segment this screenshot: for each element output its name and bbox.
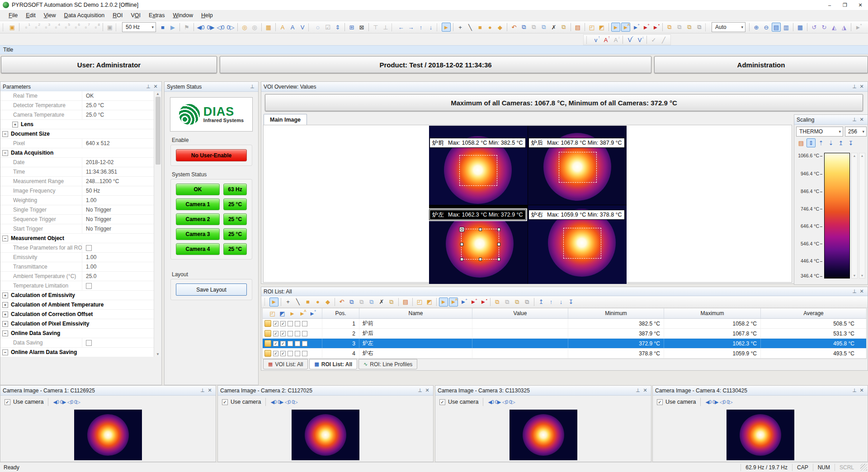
status-camera-4-button[interactable]: Camera 4 <box>176 243 220 255</box>
export-roi-icon[interactable]: ◩ <box>425 297 434 307</box>
parameter-value[interactable]: 1.00 <box>82 197 96 203</box>
focus-near-icon[interactable]: ◁0 <box>502 399 508 405</box>
column-value[interactable]: Value <box>472 308 568 318</box>
add-point-icon[interactable]: ►+ <box>631 23 640 32</box>
row-checkbox[interactable] <box>302 321 307 326</box>
scrollbar-thumb[interactable] <box>156 97 160 165</box>
parameter-row[interactable]: Ambient Temperature (°C)25.0 <box>0 272 154 281</box>
row-checkbox[interactable] <box>288 321 293 326</box>
parameter-row[interactable]: These Parameters for all ROIs <box>0 243 154 253</box>
row-checkbox[interactable] <box>288 331 293 336</box>
lens-wide-icon[interactable]: ◀0 <box>53 399 59 405</box>
scaling-expand-icon[interactable]: ↥ <box>836 138 845 147</box>
grid-add-icon[interactable]: ⊞ <box>347 23 356 32</box>
import-roi-icon[interactable]: ◰ <box>415 297 424 307</box>
voi-clear-icon[interactable]: ✓ <box>649 35 658 44</box>
parameter-value[interactable]: No Trigger <box>82 207 111 213</box>
status-value-button[interactable]: 25 °C <box>223 213 247 225</box>
voi-down-icon[interactable]: V↓ <box>635 35 644 44</box>
focus-far-icon[interactable]: 0▷ <box>74 399 80 405</box>
send-backward-icon[interactable]: ⧉ <box>523 297 532 307</box>
flip-horizontal-icon[interactable]: ◭ <box>830 23 839 32</box>
undo-icon[interactable]: ↶ <box>337 297 346 307</box>
parameter-value[interactable]: 25.0 °C <box>82 102 104 109</box>
trigger-flag-icon[interactable]: ⚑ <box>182 23 191 32</box>
status-value-button[interactable]: 63 Hz <box>223 184 247 195</box>
scaling-compress-icon[interactable]: ↧ <box>846 138 855 147</box>
expander-icon[interactable]: + <box>2 302 8 308</box>
parameter-value[interactable]: 25.0 °C <box>82 112 104 118</box>
parameter-value[interactable]: No Trigger <box>82 226 111 232</box>
table-row[interactable]: ✓✓2炉后387.9 °C1067.8 °C531.3 °C <box>263 329 866 339</box>
close-icon[interactable]: ✕ <box>858 117 865 123</box>
minimize-button[interactable]: – <box>822 0 837 10</box>
undo-icon[interactable]: ↶ <box>509 23 519 32</box>
grid-remove-icon[interactable]: ⊠ <box>357 23 366 32</box>
expander-icon[interactable]: + <box>12 122 18 127</box>
parameter-checkbox[interactable] <box>86 283 92 289</box>
menu-extras[interactable]: Extras <box>145 12 169 19</box>
roi-label[interactable]: 炉左Max: 1062.3 °C Min: 372.9 °C <box>429 210 526 220</box>
draw-rect-icon[interactable]: ■ <box>476 23 485 32</box>
menu-file[interactable]: File <box>5 12 22 19</box>
select-pointer-icon[interactable]: ► <box>269 297 278 307</box>
export-roi-icon[interactable]: ◩ <box>597 23 606 32</box>
bring-to-front-icon[interactable]: ⧉ <box>493 297 502 307</box>
layout-8-icon[interactable]: ▫8 <box>91 23 100 32</box>
use-camera-checkbox[interactable]: ✓ <box>222 399 228 405</box>
play-icon[interactable]: ▶ <box>168 23 177 32</box>
copy-icon[interactable]: ⧉ <box>347 297 356 307</box>
zoom-combo[interactable]: Auto▾ <box>712 22 745 32</box>
focus-far-icon[interactable]: 0▷ <box>726 399 732 405</box>
scroll-up-icon[interactable]: ▲ <box>156 92 160 96</box>
parameter-row[interactable]: Camera Temperature25.0 °C <box>0 110 154 120</box>
selection-handle[interactable] <box>479 228 482 231</box>
voi-alarm-icon[interactable]: A↑ <box>601 35 610 44</box>
parameter-row[interactable]: Transmittance1.00 <box>0 262 154 272</box>
row-checkbox[interactable]: ✓ <box>280 331 286 336</box>
roi-rectangle[interactable] <box>461 229 499 260</box>
close-icon[interactable]: ✕ <box>152 84 159 90</box>
parameter-section[interactable]: −Data Acquisition <box>0 148 154 158</box>
nav-down-icon[interactable]: ↓ <box>426 23 435 32</box>
snap-point-icon[interactable]: ◌ <box>313 23 322 32</box>
lens-wide-icon[interactable]: ◀0 <box>488 399 494 405</box>
parameter-row[interactable]: Measurement Range248...1200 °C <box>0 177 154 186</box>
row-checkbox[interactable] <box>302 331 307 336</box>
parameter-section[interactable]: +Lens <box>0 120 154 129</box>
roi-import-icon[interactable]: ◰ <box>268 309 277 318</box>
lens-tele-icon[interactable]: 0▶ <box>60 399 66 405</box>
lens-wide-icon[interactable]: ◀0 <box>270 399 276 405</box>
pin-icon[interactable]: ⊥ <box>851 288 858 294</box>
menu-view[interactable]: View <box>40 12 60 19</box>
row-checkbox[interactable] <box>295 351 300 356</box>
parameter-row[interactable]: Weighting1.00 <box>0 196 154 205</box>
focus-far-icon[interactable]: 0▷ <box>292 399 297 405</box>
parameter-section[interactable]: −Document Size <box>0 129 154 139</box>
delete-icon[interactable]: ✗ <box>549 23 558 32</box>
voi-check-icon[interactable]: V✓ <box>625 35 634 44</box>
selection-handle[interactable] <box>479 258 482 261</box>
draw-line-icon[interactable]: ╲ <box>466 23 475 32</box>
use-camera-checkbox[interactable]: ✓ <box>657 399 663 405</box>
parameter-value[interactable]: 248...1200 °C <box>82 178 119 184</box>
parameter-section[interactable]: +Calculation of Ambient Temperature <box>0 300 154 310</box>
status-value-button[interactable]: 25 °C <box>223 228 247 240</box>
pin-icon[interactable]: ⊥ <box>249 84 256 90</box>
parameter-row[interactable]: Image Frequency50 Hz <box>0 186 154 196</box>
save-layout-button[interactable]: Save Layout <box>176 283 247 296</box>
draw-point-icon[interactable]: + <box>456 23 465 32</box>
table-row[interactable]: ✓✓4炉右378.8 °C1059.9 °C493.5 °C <box>263 349 866 359</box>
focus-near-icon[interactable]: ◁0 <box>67 399 73 405</box>
bring-forward-icon[interactable]: ⧉ <box>685 23 694 32</box>
row-checkbox[interactable]: ✓ <box>280 321 286 326</box>
add-point-icon[interactable]: ►+ <box>459 297 468 307</box>
product-button[interactable]: Product: Test / 2018-12-02 11:34:36 <box>220 56 651 73</box>
layout-3-icon[interactable]: ▫3 <box>42 23 51 32</box>
focus-far-icon[interactable]: 0▷ <box>509 399 515 405</box>
scaling-max-icon[interactable]: ⇡ <box>816 138 826 147</box>
user-button[interactable]: User: Administrator <box>1 56 217 73</box>
table-row[interactable]: ✓✓1炉前382.5 °C1058.2 °C508.5 °C <box>263 319 866 329</box>
pin-icon[interactable]: ⊥ <box>851 117 858 123</box>
lens-wide-icon[interactable]: ◀0 <box>705 399 711 405</box>
